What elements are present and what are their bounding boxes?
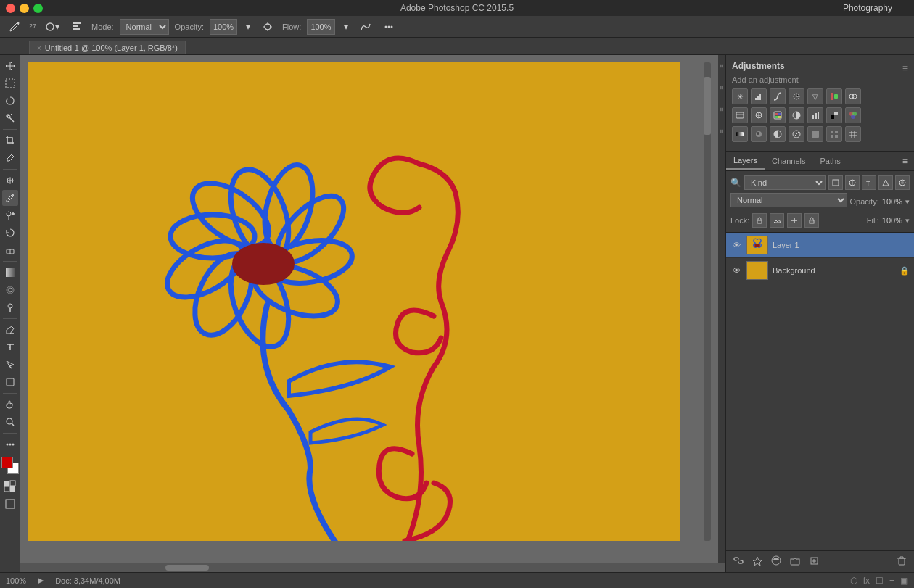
posterize-icon[interactable] [807, 107, 823, 123]
panel-info-icon[interactable]: ≡ [718, 129, 725, 133]
canvas[interactable] [28, 62, 680, 541]
foreground-color-swatch[interactable] [1, 457, 13, 468]
grid-icon[interactable] [845, 126, 861, 142]
vertical-scrollbar[interactable] [704, 62, 711, 541]
filter-pixel-icon[interactable] [828, 175, 843, 190]
airbrush-button[interactable] [259, 20, 276, 34]
color-swatches[interactable] [1, 457, 19, 474]
brush-tool[interactable] [2, 190, 18, 206]
brush-picker-button[interactable]: ▾ [42, 20, 62, 33]
adjustments-menu-icon[interactable]: ≡ [902, 62, 908, 74]
marquee-tool[interactable] [2, 75, 18, 91]
more-tools-button[interactable] [2, 436, 18, 452]
layers-panel-menu-icon[interactable]: ≡ [897, 152, 914, 170]
panel-layers-icon[interactable]: ≡ [718, 86, 725, 89]
filter-kind-select[interactable]: Kind [744, 175, 826, 190]
type-tool[interactable] [2, 339, 18, 355]
background-visibility-icon[interactable]: 👁 [730, 265, 742, 276]
filter-shape-icon[interactable] [878, 175, 893, 190]
threshold-icon[interactable] [826, 107, 842, 123]
more-options-button[interactable] [380, 20, 398, 34]
vibrance-icon[interactable]: ▽ [807, 88, 823, 104]
hue-saturation-icon[interactable] [789, 126, 804, 142]
layer-item-layer1[interactable]: 👁 Layer 1 [726, 233, 914, 258]
opacity-value[interactable]: 100% [210, 19, 237, 35]
color-lookup-icon[interactable] [770, 107, 786, 123]
gradient-map-icon[interactable] [732, 126, 748, 142]
document-tab[interactable]: × Untitled-1 @ 100% (Layer 1, RGB/8*) [29, 41, 186, 54]
tab-channels[interactable]: Channels [765, 153, 812, 169]
lock-all-icon[interactable] [804, 213, 819, 228]
panel-adjust-icon[interactable]: ≡ [718, 107, 725, 111]
lock-position-icon[interactable] [787, 213, 802, 228]
move-tool[interactable] [2, 58, 18, 74]
smart-filter-icon[interactable]: + [889, 576, 894, 586]
healing-tool[interactable] [2, 173, 18, 189]
close-button[interactable] [6, 4, 15, 13]
pen-tool[interactable] [2, 322, 18, 338]
invert-icon[interactable] [789, 107, 804, 123]
delete-layer-button[interactable] [894, 554, 910, 569]
eraser-tool[interactable] [2, 242, 18, 258]
levels-icon[interactable] [751, 88, 767, 104]
workspace-label[interactable]: Photography [843, 3, 892, 13]
horizontal-scrollbar[interactable] [20, 563, 725, 572]
status-arrow-button[interactable]: ▶ [38, 576, 44, 585]
pattern-icon[interactable] [826, 126, 842, 142]
panel-collapse-icon[interactable]: ≡ [718, 64, 725, 67]
tab-close-icon[interactable]: × [37, 44, 41, 52]
add-mask-button[interactable] [768, 554, 784, 569]
tab-paths[interactable]: Paths [813, 153, 848, 169]
new-layer-button[interactable] [806, 554, 822, 569]
fill-value[interactable]: 100% [882, 216, 902, 225]
path-selection-tool[interactable] [2, 357, 18, 373]
flow-options-button[interactable]: ▾ [341, 20, 351, 33]
blend-mode-select[interactable]: Normal [730, 193, 847, 207]
add-style-button[interactable] [749, 554, 765, 569]
layer-item-background[interactable]: 👁 Background 🔒 [726, 258, 914, 283]
new-group-button[interactable] [787, 554, 803, 569]
opacity-options-button[interactable]: ▾ [243, 20, 253, 33]
vertical-scroll-thumb[interactable] [704, 77, 711, 135]
screen-mode-button[interactable] [2, 496, 18, 512]
history-brush-tool[interactable] [2, 225, 18, 241]
3d-icon[interactable]: ▣ [900, 576, 908, 586]
mask-bottom-icon[interactable]: ☐ [876, 576, 884, 586]
smoothing-button[interactable] [357, 20, 374, 34]
shadows-icon[interactable] [751, 126, 767, 142]
opacity-value-display[interactable]: 100% [882, 197, 902, 206]
fill-arrow[interactable]: ▾ [905, 216, 910, 225]
horizontal-scroll-thumb[interactable] [165, 565, 209, 571]
color-balance-icon[interactable] [845, 88, 861, 104]
maximize-button[interactable] [33, 4, 43, 13]
lock-transparency-icon[interactable] [752, 213, 767, 228]
zoom-tool[interactable] [2, 414, 18, 430]
lasso-tool[interactable] [2, 93, 18, 109]
lock-image-icon[interactable] [770, 213, 784, 228]
brush-tool-button[interactable] [6, 20, 23, 34]
curves-icon[interactable] [770, 88, 786, 104]
gradient-tool[interactable] [2, 265, 18, 281]
dodge-tool[interactable] [2, 299, 18, 315]
quick-mask-button[interactable] [2, 479, 18, 494]
tab-layers[interactable]: Layers [726, 152, 765, 170]
layer-comps-icon[interactable]: ⬡ [850, 576, 857, 586]
selective-color-icon[interactable] [845, 107, 861, 123]
filter-smart-icon[interactable] [895, 175, 910, 190]
exposure-icon[interactable] [789, 88, 804, 104]
brightness-contrast-icon[interactable]: ☀ [732, 88, 748, 104]
link-layers-button[interactable] [730, 554, 746, 569]
mode-select[interactable]: Normal Multiply Screen [120, 19, 169, 35]
shape-tool[interactable] [2, 374, 18, 390]
layer1-visibility-icon[interactable]: 👁 [730, 239, 742, 251]
magic-wand-tool[interactable] [2, 110, 18, 126]
blur-tool[interactable] [2, 282, 18, 298]
eyedropper-tool[interactable] [2, 150, 18, 166]
opacity-arrow[interactable]: ▾ [905, 197, 910, 207]
brush-options-button[interactable] [68, 20, 86, 34]
hsl-icon[interactable] [826, 88, 842, 104]
hand-tool[interactable] [2, 397, 18, 413]
solid-color-icon[interactable] [807, 126, 823, 142]
crop-tool[interactable] [2, 133, 18, 149]
channel-mixer-icon[interactable] [751, 107, 767, 123]
